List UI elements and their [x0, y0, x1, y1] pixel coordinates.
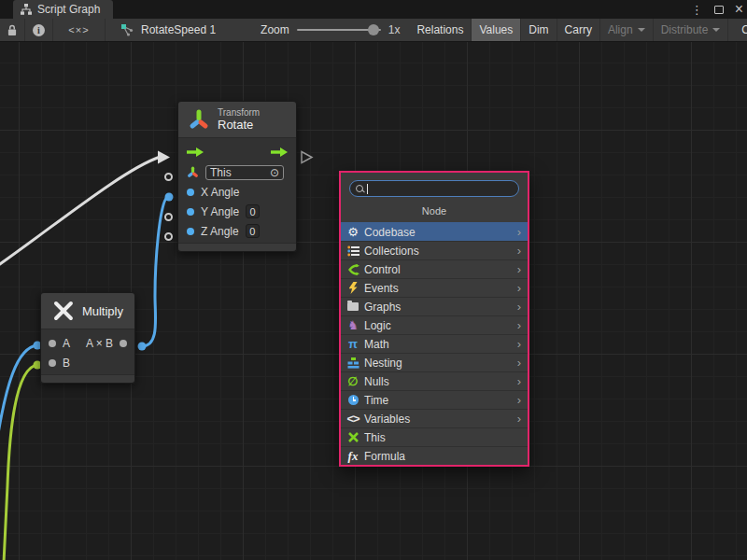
- script-graph-icon: [21, 4, 32, 15]
- node-body: A A × B B: [41, 329, 134, 374]
- a-port-row[interactable]: A A × B: [41, 333, 134, 353]
- this-star-icon: [345, 431, 360, 443]
- finder-item-events[interactable]: Events ›: [341, 278, 528, 297]
- chevron-down-icon: [712, 28, 720, 32]
- y-angle-port-row[interactable]: Y Angle 0: [178, 202, 296, 221]
- finder-header: Node: [341, 201, 528, 222]
- transform-mini-icon: [187, 166, 199, 178]
- node-header: Multiply: [41, 293, 134, 329]
- flow-output-arrow-icon[interactable]: [270, 147, 289, 158]
- node-body: This ⊙ X Angle Y Angle 0 Z Angle 0: [178, 138, 296, 243]
- chevron-right-icon: ›: [517, 226, 523, 238]
- chevron-right-icon: ›: [517, 357, 523, 369]
- flow-input-arrow-icon[interactable]: [186, 147, 204, 158]
- flow-port-row: [178, 142, 296, 162]
- y-angle-label: Y Angle: [201, 205, 239, 218]
- dim-button[interactable]: Dim: [521, 19, 557, 41]
- graph-canvas[interactable]: Transform Rotate: [0, 42, 747, 560]
- finder-item-collections[interactable]: Collections ›: [341, 241, 528, 259]
- chevron-right-icon: ›: [517, 413, 523, 425]
- finder-item-logic[interactable]: ♞ Logic ›: [341, 315, 528, 334]
- finder-item-nesting[interactable]: Nesting ›: [341, 353, 528, 371]
- node-transform-rotate[interactable]: Transform Rotate: [177, 101, 297, 252]
- a-label: A: [63, 337, 70, 350]
- value-port-icon[interactable]: [187, 189, 194, 196]
- close-icon[interactable]: ×: [735, 2, 743, 17]
- branch-arrows-icon: [345, 264, 360, 275]
- relations-button[interactable]: Relations: [409, 19, 472, 41]
- finder-item-control[interactable]: Control ›: [341, 259, 528, 278]
- finder-item-formula[interactable]: fx Formula: [341, 446, 528, 465]
- graph-name: RotateSpeed 1: [141, 23, 216, 36]
- finder-item-graphs[interactable]: Graphs ›: [341, 297, 528, 315]
- text-caret: [367, 184, 368, 194]
- maximize-icon[interactable]: [714, 6, 724, 14]
- finder-item-variables[interactable]: <> Variables ›: [341, 409, 528, 427]
- finder-item-math[interactable]: π Math ›: [341, 334, 528, 353]
- fx-icon: fx: [345, 450, 360, 462]
- align-dropdown[interactable]: Align: [600, 19, 654, 41]
- distribute-label: Distribute: [661, 23, 709, 36]
- value-port-icon[interactable]: [187, 228, 194, 235]
- x-angle-label: X Angle: [201, 186, 239, 199]
- zoom-slider[interactable]: [297, 29, 381, 31]
- z-angle-port-ring[interactable]: [164, 232, 173, 241]
- tab-script-graph[interactable]: Script Graph: [13, 0, 113, 19]
- finder-item-nulls[interactable]: ∅ Nulls ›: [341, 371, 528, 390]
- wire-into-a: [0, 345, 37, 445]
- node-multiply[interactable]: Multiply A A × B B: [40, 292, 135, 384]
- output-port-icon[interactable]: [120, 340, 127, 347]
- zoom-slider-handle[interactable]: [368, 24, 379, 35]
- align-label: Align: [608, 23, 633, 36]
- node-title: Multiply: [82, 304, 123, 318]
- fuzzy-finder-popup: Node ⚙ Codebase › Collections ›: [339, 171, 529, 467]
- code-preview-button[interactable]: <×>: [53, 19, 106, 41]
- distribute-dropdown[interactable]: Distribute: [654, 19, 729, 41]
- chevron-right-icon: ›: [517, 282, 523, 294]
- chevron-right-icon: ›: [517, 338, 523, 350]
- chevron-down-icon: [638, 28, 645, 32]
- this-object-field[interactable]: This ⊙: [205, 165, 284, 180]
- flow-output-triangle[interactable]: [302, 152, 312, 163]
- y-angle-port-ring[interactable]: [164, 213, 173, 221]
- unity-visual-scripting-window: Script Graph ⋮ × i <×> RotateSpee: [0, 0, 747, 560]
- tab-title: Script Graph: [37, 3, 100, 16]
- flow-wire-arrowhead: [158, 151, 170, 164]
- graph-toolbar: i <×> RotateSpeed 1 Zoom 1x Relations Va…: [0, 19, 747, 42]
- value-port-icon[interactable]: [49, 359, 56, 367]
- this-port-ring[interactable]: [164, 173, 173, 181]
- z-angle-input[interactable]: 0: [246, 224, 260, 238]
- folder-icon: [345, 302, 360, 311]
- x-angle-port-row[interactable]: X Angle: [178, 182, 296, 202]
- null-circle-icon: ∅: [345, 375, 360, 387]
- pi-icon: π: [345, 338, 360, 350]
- node-header: Transform Rotate: [178, 102, 296, 138]
- overview-button[interactable]: Overview: [734, 19, 747, 41]
- finder-item-this[interactable]: This: [341, 427, 528, 446]
- node-footer: [178, 243, 296, 251]
- info-button[interactable]: i: [25, 19, 53, 41]
- chevron-right-icon: ›: [517, 301, 523, 313]
- zoom-value: 1x: [388, 23, 401, 36]
- carry-button[interactable]: Carry: [557, 19, 600, 41]
- finder-item-time[interactable]: Time ›: [341, 390, 528, 409]
- node-footer: [41, 374, 134, 383]
- value-port-icon[interactable]: [187, 208, 194, 216]
- z-angle-port-row[interactable]: Z Angle 0: [178, 221, 296, 241]
- menu-dots-icon[interactable]: ⋮: [691, 4, 703, 16]
- lightning-icon: [345, 282, 360, 294]
- value-port-icon[interactable]: [49, 340, 56, 347]
- object-picker-icon[interactable]: ⊙: [270, 167, 279, 178]
- output-label: A × B: [86, 337, 113, 350]
- knight-icon: ♞: [345, 319, 360, 331]
- b-port-row[interactable]: B: [41, 353, 134, 372]
- flow-wire: [0, 158, 159, 272]
- finder-search-field[interactable]: [349, 180, 519, 197]
- lock-icon: [7, 24, 17, 36]
- values-button[interactable]: Values: [472, 19, 521, 41]
- tab-bar: Script Graph ⋮ ×: [0, 0, 747, 19]
- y-angle-input[interactable]: 0: [246, 204, 260, 218]
- lock-button[interactable]: [0, 19, 25, 41]
- graph-breadcrumb[interactable]: RotateSpeed 1: [106, 19, 223, 41]
- finder-item-codebase[interactable]: ⚙ Codebase ›: [341, 222, 528, 241]
